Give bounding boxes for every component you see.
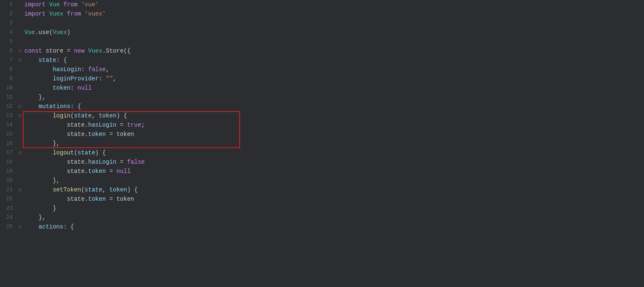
line-number-13: 13 xyxy=(0,111,17,120)
line-content-8: hasLogin: false, xyxy=(23,65,110,74)
code-line-20: 20 }, xyxy=(0,176,644,185)
line-number-2: 2 xyxy=(0,9,17,19)
line-number-3: 3 xyxy=(0,19,17,28)
code-line-16: 16 }, xyxy=(0,139,644,148)
fold-icon-2 xyxy=(17,9,23,19)
fold-icon-21: ▢ xyxy=(17,185,23,194)
line-content-22: state.token = token xyxy=(23,194,134,204)
line-number-23: 23 xyxy=(0,204,17,213)
line-number-18: 18 xyxy=(0,157,17,167)
code-line-8: 8 hasLogin: false, xyxy=(0,65,644,74)
line-content-18: state.hasLogin = false xyxy=(23,157,145,167)
line-number-9: 9 xyxy=(0,74,17,83)
line-number-17: 17 xyxy=(0,148,17,157)
fold-icon-14 xyxy=(17,120,23,130)
code-line-5: 5 xyxy=(0,37,644,46)
line-number-24: 24 xyxy=(0,213,17,222)
code-line-2: 2 import Vuex from 'vuex' xyxy=(0,9,644,19)
line-number-12: 12 xyxy=(0,102,17,111)
code-line-11: 11 }, xyxy=(0,93,644,102)
fold-icon-13: ▢ xyxy=(17,111,23,120)
line-number-11: 11 xyxy=(0,93,17,102)
fold-icon-23 xyxy=(17,204,23,213)
fold-icon-1 xyxy=(17,0,23,9)
fold-icon-8 xyxy=(17,65,23,74)
line-number-1: 1 xyxy=(0,0,17,9)
line-content-19: state.token = null xyxy=(23,167,131,176)
line-content-5 xyxy=(23,37,24,46)
code-line-12: 12 ▢ mutations: { xyxy=(0,102,644,111)
line-number-21: 21 xyxy=(0,185,17,194)
line-content-25: actions: { xyxy=(23,222,74,231)
fold-icon-22 xyxy=(17,194,23,204)
line-number-14: 14 xyxy=(0,120,17,130)
fold-icon-7: ▢ xyxy=(17,56,23,65)
line-number-5: 5 xyxy=(0,37,17,46)
fold-icon-18 xyxy=(17,157,23,167)
line-content-12: mutations: { xyxy=(23,102,81,111)
fold-icon-12: ▢ xyxy=(17,102,23,111)
fold-icon-6: ▢ xyxy=(17,46,23,56)
line-content-13: login(state, token) { xyxy=(23,111,127,120)
line-content-11: }, xyxy=(23,93,45,102)
fold-icon-3 xyxy=(17,19,23,28)
code-line-3: 3 xyxy=(0,19,644,28)
code-line-13: 13 ▢ login(state, token) { xyxy=(0,111,644,120)
line-number-6: 6 xyxy=(0,46,17,56)
line-number-4: 4 xyxy=(0,28,17,37)
code-line-15: 15 state.token = token xyxy=(0,130,644,139)
line-content-4: Vue.use(Vuex) xyxy=(23,28,70,37)
code-line-9: 9 loginProvider: "", xyxy=(0,74,644,83)
line-content-3 xyxy=(23,19,24,28)
line-number-15: 15 xyxy=(0,130,17,139)
line-content-16: }, xyxy=(23,139,60,148)
fold-icon-15 xyxy=(17,130,23,139)
line-number-16: 16 xyxy=(0,139,17,148)
line-content-1: import Vue from 'vue' xyxy=(23,0,99,9)
code-line-25: 25 ▢ actions: { xyxy=(0,222,644,231)
line-content-15: state.token = token xyxy=(23,130,134,139)
fold-icon-11 xyxy=(17,93,23,102)
line-content-23: } xyxy=(23,204,56,213)
fold-icon-24 xyxy=(17,213,23,222)
code-editor: 1 import Vue from 'vue' 2 import Vuex fr… xyxy=(0,0,644,287)
line-content-6: const store = new Vuex.Store({ xyxy=(23,46,131,56)
line-content-17: logout(state) { xyxy=(23,148,106,157)
line-content-24: }, xyxy=(23,213,45,222)
code-line-14: 14 state.hasLogin = true; xyxy=(0,120,644,130)
code-line-17: 17 ▢ logout(state) { xyxy=(0,148,644,157)
line-content-9: loginProvider: "", xyxy=(23,74,116,83)
fold-icon-9 xyxy=(17,74,23,83)
code-line-23: 23 } xyxy=(0,204,644,213)
line-number-7: 7 xyxy=(0,56,17,65)
line-number-19: 19 xyxy=(0,167,17,176)
fold-icon-25: ▢ xyxy=(17,222,23,231)
line-content-7: state: { xyxy=(23,56,67,65)
line-number-22: 22 xyxy=(0,194,17,204)
line-content-14: state.hasLogin = true; xyxy=(23,120,145,130)
fold-icon-17: ▢ xyxy=(17,148,23,157)
code-line-4: 4 Vue.use(Vuex) xyxy=(0,28,644,37)
code-line-19: 19 state.token = null xyxy=(0,167,644,176)
code-line-10: 10 token: null xyxy=(0,83,644,93)
fold-icon-10 xyxy=(17,83,23,93)
line-number-8: 8 xyxy=(0,65,17,74)
code-line-7: 7 ▢ state: { xyxy=(0,56,644,65)
code-line-21: 21 ▢ setToken(state, token) { xyxy=(0,185,644,194)
line-content-2: import Vuex from 'vuex' xyxy=(23,9,106,19)
line-number-20: 20 xyxy=(0,176,17,185)
fold-icon-5 xyxy=(17,37,23,46)
highlighted-section: 13 ▢ login(state, token) { 14 state.hasL… xyxy=(0,111,644,148)
fold-icon-4 xyxy=(17,28,23,37)
code-line-24: 24 }, xyxy=(0,213,644,222)
code-line-6: 6 ▢ const store = new Vuex.Store({ xyxy=(0,46,644,56)
fold-icon-20 xyxy=(17,176,23,185)
line-content-21: setToken(state, token) { xyxy=(23,185,138,194)
fold-icon-19 xyxy=(17,167,23,176)
code-line-18: 18 state.hasLogin = false xyxy=(0,157,644,167)
code-line-1: 1 import Vue from 'vue' xyxy=(0,0,644,9)
line-number-10: 10 xyxy=(0,83,17,93)
line-content-20: }, xyxy=(23,176,60,185)
fold-icon-16 xyxy=(17,139,23,148)
line-number-25: 25 xyxy=(0,222,17,231)
